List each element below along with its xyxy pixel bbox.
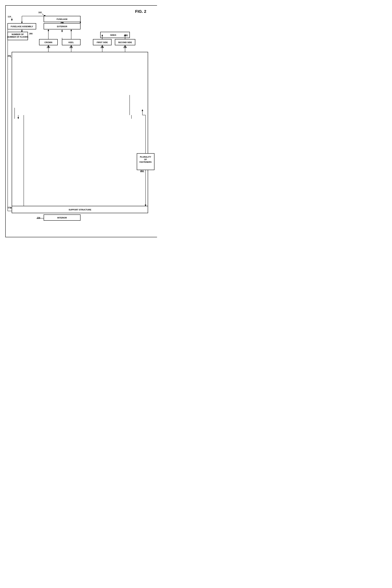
ref-205: 205: [8, 55, 11, 57]
ref-266: 266: [29, 33, 32, 35]
plurality-fasteners-label: PLURALITY: [140, 156, 151, 158]
second-side-label: SECOND SIDE: [118, 41, 132, 44]
plurality-fasteners-label2: OF: [144, 158, 147, 161]
diagram: text { font-family: Arial, Helvetica, sa…: [4, 4, 157, 239]
ref-264: 264: [140, 170, 144, 172]
fuselage-label: FUSELAGE: [56, 18, 68, 20]
num-floors-label2: NUMBER OF FLOORS: [7, 36, 28, 38]
support-structure-label: SUPPORT STRUCTURE: [69, 209, 91, 211]
plurality-fasteners-label3: FASTENERS: [140, 161, 152, 163]
ref-114: 114: [8, 16, 11, 18]
fig-title: FIG. 2: [135, 9, 146, 14]
interior-label: INTERIOR: [57, 217, 67, 219]
sides-label: SIDES: [110, 34, 116, 36]
keel-label: KEEL: [68, 41, 74, 44]
crown-label: CROWN: [44, 41, 52, 44]
exterior-label: EXTERIOR: [57, 26, 67, 28]
ref-236: 236: [37, 217, 40, 219]
first-side-label: FIRST SIDE: [97, 41, 108, 44]
svg-rect-92: [12, 52, 148, 211]
ref-102: 102: [38, 11, 42, 14]
num-floors-label: NUMBER OF: [12, 33, 24, 36]
fuselage-assembly-label: FUSELAGE ASSEMBLY: [11, 26, 33, 28]
